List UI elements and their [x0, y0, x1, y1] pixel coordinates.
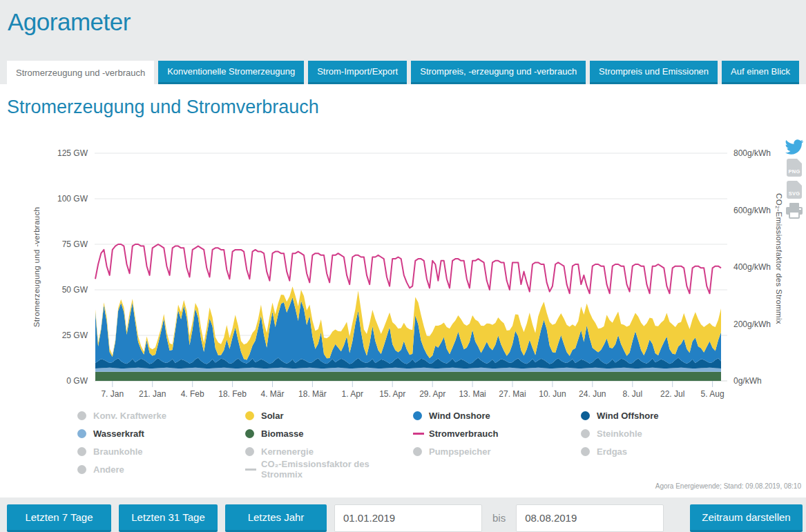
wind-offshore-color-dot: [581, 411, 590, 420]
tab-strom-import-export[interactable]: Strom-Import/Export: [308, 61, 407, 84]
svg-text:24. Jun: 24. Jun: [579, 389, 606, 399]
chart-legend: Konv. KraftwerkeWasserkraftBraunkohleAnd…: [77, 406, 806, 478]
legend-column: SolarBiomasseKernenergieCO₂-Emissionsfak…: [245, 406, 413, 478]
share-toolbar: PNG SVG: [785, 139, 803, 219]
legend-item-pumpspeicher[interactable]: Pumpspeicher: [413, 442, 581, 460]
tab-strompreis-erzeugung-verbrauch[interactable]: Strompreis, -erzeugung und -verbrauch: [411, 61, 586, 84]
kernenergie-color-dot: [245, 447, 254, 456]
svg-text:22. Jul: 22. Jul: [660, 389, 684, 399]
app-header: Agorameter: [0, 0, 806, 52]
pumpspeicher-color-dot: [413, 447, 422, 456]
main-content: Stromerzeugung und Stromverbrauch 0 GW25…: [0, 84, 806, 497]
attribution: Agora Energiewende; Stand: 09.08.2019, 0…: [0, 478, 806, 493]
andere-color-dot: [77, 465, 86, 474]
svg-text:8. Jul: 8. Jul: [622, 389, 642, 399]
svg-text:0 GW: 0 GW: [66, 376, 88, 386]
last-year-button[interactable]: Letztes Jahr: [225, 504, 327, 532]
print-icon[interactable]: [786, 203, 803, 219]
legend-label: Andere: [93, 464, 124, 475]
legend-label: Steinkohle: [597, 428, 642, 439]
legend-item-andere[interactable]: Andere: [77, 460, 245, 478]
legend-label: Kernenergie: [261, 446, 314, 457]
legend-item-konv-kraftwerke[interactable]: Konv. Kraftwerke: [77, 406, 245, 424]
svg-text:5. Aug: 5. Aug: [701, 389, 725, 399]
legend-label: Wind Offshore: [597, 411, 658, 421]
legend-item-steinkohle[interactable]: Steinkohle: [581, 424, 749, 442]
svg-text:13. Mai: 13. Mai: [459, 389, 486, 399]
legend-item-braunkohle[interactable]: Braunkohle: [77, 442, 245, 460]
bis-label: bis: [490, 512, 508, 524]
legend-column: Wind OnshoreStromverbrauchPumpspeicher: [413, 406, 581, 478]
svg-text:600g/kWh: 600g/kWh: [733, 206, 771, 215]
svg-text:27. Mai: 27. Mai: [499, 389, 526, 399]
last-7-days-button[interactable]: Letzten 7 Tage: [7, 504, 111, 532]
legend-item-co2-emissionsfaktor[interactable]: CO₂-Emissionsfaktor des Strommix: [245, 460, 413, 478]
wasserkraft-color-dot: [77, 429, 86, 438]
svg-download-icon[interactable]: SVG: [787, 181, 802, 199]
svg-text:18. Mär: 18. Mär: [298, 389, 327, 399]
svg-text:100 GW: 100 GW: [57, 194, 88, 204]
date-from-input[interactable]: [334, 504, 482, 532]
svg-text:50 GW: 50 GW: [62, 285, 88, 295]
twitter-icon[interactable]: [785, 139, 803, 155]
biomasse-color-dot: [245, 429, 254, 438]
tab-stromerzeugung-und-verbrauch[interactable]: Stromerzeugung und -verbrauch: [7, 61, 154, 84]
last-31-days-button[interactable]: Letzten 31 Tage: [119, 504, 218, 532]
legend-item-kernenergie[interactable]: Kernenergie: [245, 442, 413, 460]
tab-strompreis-und-emissionen[interactable]: Strompreis und Emissionen: [590, 61, 718, 84]
legend-label: Pumpspeicher: [429, 446, 491, 457]
legend-column: Konv. KraftwerkeWasserkraftBraunkohleAnd…: [77, 406, 245, 478]
co2-emissionsfaktor-line-marker: [245, 469, 256, 471]
konv-kraftwerke-color-dot: [77, 411, 86, 420]
svg-text:CO₂-Emissionsfaktor des Stromm: CO₂-Emissionsfaktor des Strommix: [775, 193, 783, 324]
png-download-icon[interactable]: PNG: [787, 159, 802, 177]
tab-bar: Stromerzeugung und -verbrauch Konvention…: [0, 52, 806, 84]
legend-item-wind-offshore[interactable]: Wind Offshore: [581, 406, 749, 424]
svg-text:29. Apr: 29. Apr: [419, 389, 445, 399]
legend-label: Stromverbrauch: [429, 428, 498, 439]
svg-text:75 GW: 75 GW: [62, 239, 88, 249]
legend-label: Biomasse: [261, 428, 303, 439]
svg-text:0g/kWh: 0g/kWh: [733, 376, 762, 386]
show-timerange-button[interactable]: Zeitraum darstellen: [690, 504, 803, 532]
tab-konventionelle-stromerzeugung[interactable]: Konventionelle Stromerzeugung: [158, 61, 304, 84]
svg-text:18. Feb: 18. Feb: [218, 389, 247, 399]
legend-label: Wind Onshore: [429, 411, 490, 421]
footer-controls: Letzten 7 Tage Letzten 31 Tage Letztes J…: [0, 497, 806, 532]
wind-onshore-color-dot: [413, 411, 422, 420]
svg-text:25 GW: 25 GW: [62, 331, 88, 340]
svg-text:125 GW: 125 GW: [57, 148, 88, 158]
legend-label: Wasserkraft: [93, 428, 144, 439]
legend-item-stromverbrauch[interactable]: Stromverbrauch: [413, 424, 581, 442]
stromverbrauch-line-marker: [413, 433, 424, 435]
legend-label: Solar: [261, 411, 284, 421]
erdgas-color-dot: [581, 447, 590, 456]
energy-chart: 0 GW25 GW50 GW75 GW100 GW125 GW0g/kWh200…: [0, 131, 806, 404]
svg-text:4. Feb: 4. Feb: [181, 389, 204, 399]
tab-auf-einen-blick[interactable]: Auf einen Blick: [722, 61, 799, 84]
solar-color-dot: [245, 411, 254, 420]
legend-label: Konv. Kraftwerke: [93, 411, 166, 421]
legend-label: Erdgas: [597, 446, 627, 457]
page-title: Stromerzeugung und Stromverbrauch: [0, 84, 806, 131]
svg-text:21. Jan: 21. Jan: [139, 389, 166, 399]
svg-text:15. Apr: 15. Apr: [379, 389, 405, 399]
date-to-input[interactable]: [516, 504, 664, 532]
svg-text:10. Jun: 10. Jun: [539, 389, 566, 399]
legend-item-solar[interactable]: Solar: [245, 406, 413, 424]
steinkohle-color-dot: [581, 429, 590, 438]
braunkohle-color-dot: [77, 447, 86, 456]
legend-column: Wind OffshoreSteinkohleErdgas: [581, 406, 749, 478]
svg-text:1. Apr: 1. Apr: [342, 389, 363, 399]
legend-item-erdgas[interactable]: Erdgas: [581, 442, 749, 460]
chart-area: 0 GW25 GW50 GW75 GW100 GW125 GW0g/kWh200…: [0, 131, 806, 404]
legend-item-wind-onshore[interactable]: Wind Onshore: [413, 406, 581, 424]
legend-label: Braunkohle: [93, 446, 143, 457]
svg-text:200g/kWh: 200g/kWh: [733, 319, 771, 329]
svg-text:Stromerzeugung und -verbrauch: Stromerzeugung und -verbrauch: [32, 207, 41, 327]
svg-text:4. Mär: 4. Mär: [260, 389, 284, 399]
app-title: Agorameter: [8, 8, 806, 36]
svg-text:400g/kWh: 400g/kWh: [733, 262, 771, 272]
legend-item-biomasse[interactable]: Biomasse: [245, 424, 413, 442]
legend-item-wasserkraft[interactable]: Wasserkraft: [77, 424, 245, 442]
